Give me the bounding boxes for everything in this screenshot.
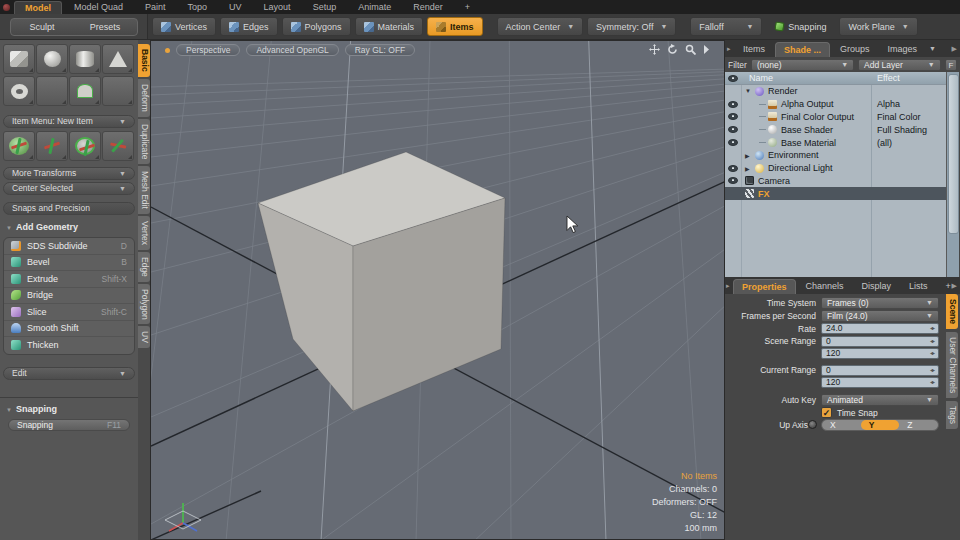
symmetry-button[interactable]: Symmetry: Off▼ (587, 17, 676, 36)
expander-icon[interactable]: ▼ (745, 88, 755, 94)
shader-panel-tab[interactable]: Items (735, 42, 773, 57)
primitive-tool-button[interactable] (36, 76, 68, 106)
up-axis-option[interactable]: Z (899, 420, 938, 430)
edit-dropdown[interactable]: Edit▼ (3, 367, 135, 380)
shader-panel-tab[interactable]: Images (880, 42, 926, 57)
primitive-tool-button[interactable] (102, 44, 134, 74)
panel-corner-icon[interactable]: ▸ (726, 282, 730, 290)
sidebar-vertical-tab[interactable]: UV (138, 326, 150, 348)
shader-tree-row[interactable]: ▶ Environment (725, 149, 946, 162)
selection-mode-button[interactable]: Items (427, 17, 483, 36)
more-transforms-dropdown[interactable]: More Transforms▼ (3, 167, 135, 180)
visibility-eye-icon[interactable] (728, 177, 738, 184)
shader-panel-tab[interactable]: Groups (832, 42, 878, 57)
selection-mode-button[interactable]: Materials (355, 17, 424, 36)
properties-tab[interactable]: Display (854, 279, 900, 294)
selection-mode-button[interactable]: Polygons (282, 17, 351, 36)
transform-tool-button[interactable] (102, 131, 134, 161)
primitive-tool-button[interactable] (3, 44, 35, 74)
shader-tree-row[interactable]: ▶ Directional Light (725, 162, 946, 175)
action-center-button[interactable]: Action Center▼ (497, 17, 583, 36)
snapping-section-header[interactable]: ▼Snapping (6, 404, 57, 414)
effect-column-header[interactable]: Effect (877, 73, 900, 83)
sidebar-vertical-tab[interactable]: Vertex (138, 216, 150, 250)
sidebar-vertical-tab[interactable]: Edge (138, 252, 150, 282)
properties-tab[interactable]: Lists (901, 279, 936, 294)
expander-icon[interactable]: ▶ (745, 165, 755, 172)
geometry-tool-button[interactable]: SDS Subdivide D (4, 238, 134, 255)
fps-dropdown[interactable]: Film (24.0)▼ (821, 310, 939, 322)
view-type-button[interactable]: Perspective (176, 44, 240, 56)
scrollbar-thumb[interactable] (948, 74, 959, 234)
time-snap-checkbox[interactable]: ✓ (821, 407, 832, 418)
sidebar-vertical-tab[interactable]: Mesh Edit (138, 166, 150, 214)
layout-tab[interactable]: Layout (254, 1, 301, 14)
snapping-toggle-button[interactable]: Snapping F11 (8, 419, 130, 431)
scene-range-end-input[interactable]: 120◂▸ (821, 348, 939, 359)
stepper-icon[interactable]: ◂▸ (930, 366, 934, 375)
selection-mode-button[interactable]: Edges (220, 17, 278, 36)
toolbar-left-button[interactable]: Sculpt (11, 19, 74, 35)
layout-tab[interactable]: Paint (135, 1, 176, 14)
work-plane-button[interactable]: Work Plane▼ (839, 17, 917, 36)
sidebar-vertical-tab[interactable]: Duplicate (138, 119, 150, 164)
panel-scroll-right-icon[interactable]: ▶ (952, 282, 957, 290)
layout-tab[interactable]: Render (403, 1, 453, 14)
panel-vertical-tab[interactable]: User Channels (946, 332, 958, 398)
viewport-menu-dot[interactable] (165, 48, 170, 53)
filter-dropdown[interactable]: (none)▼ (751, 59, 854, 71)
layout-tab[interactable]: Animate (348, 1, 401, 14)
scene-range-start-input[interactable]: 0◂▸ (821, 336, 939, 347)
snapping-button[interactable]: Snapping (766, 17, 835, 36)
transform-tool-button[interactable] (69, 131, 101, 161)
auto-key-dropdown[interactable]: Animated▼ (821, 394, 939, 406)
geometry-tool-button[interactable]: Slice Shift-C (4, 304, 134, 321)
transform-tool-button[interactable] (3, 131, 35, 161)
item-menu-dropdown[interactable]: Item Menu: New Item▼ (3, 115, 135, 128)
current-range-start-input[interactable]: 0◂▸ (821, 365, 939, 376)
gl-mode-button[interactable]: Advanced OpenGL (246, 44, 338, 56)
shader-tree-row[interactable]: Final Color Output Final Color (725, 111, 946, 124)
geometry-tool-button[interactable]: Extrude Shift-X (4, 271, 134, 288)
tree-scrollbar[interactable] (946, 72, 959, 277)
primitive-tool-button[interactable] (69, 44, 101, 74)
properties-tab[interactable]: Channels (798, 279, 852, 294)
panel-scroll-right-icon[interactable]: ▶ (952, 45, 957, 53)
rotate-icon[interactable] (667, 44, 678, 55)
primitive-tool-button[interactable] (3, 76, 35, 106)
zoom-icon[interactable] (685, 44, 696, 55)
stepper-icon[interactable]: ◂▸ (930, 349, 934, 358)
stepper-icon[interactable]: ◂▸ (930, 324, 934, 333)
center-selected-dropdown[interactable]: Center Selected▼ (3, 182, 135, 195)
expander-icon[interactable]: ▶ (745, 152, 755, 159)
viewport-more-icon[interactable] (703, 45, 710, 54)
primitive-tool-button[interactable] (102, 76, 134, 106)
geometry-tool-button[interactable]: Thicken (4, 337, 134, 354)
current-range-end-input[interactable]: 120◂▸ (821, 377, 939, 388)
properties-tab[interactable]: Properties (733, 279, 796, 294)
up-axis-option[interactable]: X (822, 420, 861, 430)
shader-tree-row[interactable]: FX (725, 187, 946, 200)
falloff-button[interactable]: Falloff▼ (690, 17, 762, 36)
panel-corner-icon[interactable]: ▸ (727, 45, 731, 53)
primitive-tool-button[interactable] (36, 44, 68, 74)
rate-input[interactable]: 24.0◂▸ (821, 323, 939, 334)
shader-tree-row[interactable]: Base Shader Full Shading (725, 123, 946, 136)
layout-tab[interactable]: UV (219, 1, 252, 14)
pan-icon[interactable] (649, 44, 660, 55)
transform-tool-button[interactable] (36, 131, 68, 161)
layout-tab[interactable]: Setup (303, 1, 347, 14)
panel-vertical-tab[interactable]: Tags (946, 401, 958, 429)
panel-vertical-tab[interactable]: Scene (946, 294, 958, 329)
sidebar-vertical-tab[interactable]: Basic (138, 44, 150, 77)
stepper-icon[interactable]: ◂▸ (930, 337, 934, 346)
time-system-dropdown[interactable]: Frames (0)▼ (821, 297, 939, 309)
shader-tree-row[interactable]: Camera (725, 175, 946, 188)
visibility-eye-icon[interactable] (728, 113, 738, 120)
toolbar-left-button[interactable]: Presets (74, 19, 137, 35)
shader-tree-row[interactable]: ▼ Render (725, 85, 946, 98)
sidebar-vertical-tab[interactable]: Polygon (138, 284, 150, 325)
tab-overflow-icon[interactable]: ▼ (929, 45, 936, 52)
layout-tab[interactable]: Model (14, 1, 62, 14)
primitive-tool-button[interactable] (69, 76, 101, 106)
